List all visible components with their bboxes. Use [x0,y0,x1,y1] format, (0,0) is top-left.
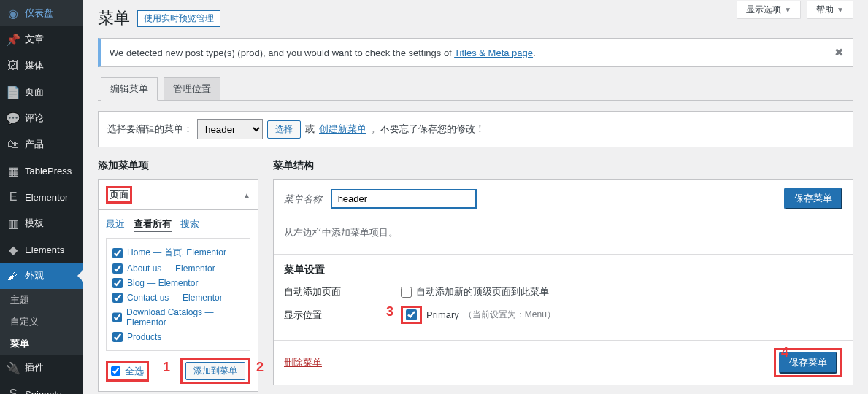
sidebar-item-label: 媒体 [25,59,44,72]
sidebar-item-elementor[interactable]: EElementor [0,184,83,210]
submenu-customize[interactable]: 自定义 [0,311,83,333]
annotation-4: 4 [781,345,788,360]
page-item[interactable]: Blog — Elementor [112,276,244,290]
sidebar-item-label: 插件 [25,361,44,374]
auto-add-checkbox-label[interactable]: 自动添加新的顶级页面到此菜单 [401,285,549,298]
highlight-select-all: 全选 [106,361,149,382]
submenu-themes[interactable]: 主题 [0,289,83,311]
highlight-primary-checkbox [401,306,422,324]
sidebar-item-label: Elementor [25,192,68,203]
sidebar-item-comments[interactable]: 💬评论 [0,105,83,131]
admin-sidebar: ◉仪表盘 📌文章 🖼媒体 📄页面 💬评论 🛍产品 ▦TablePress EEl… [0,0,83,394]
sidebar-item-tablepress[interactable]: ▦TablePress [0,158,83,184]
highlight-pages: 页面 [106,186,132,204]
sidebar-item-posts[interactable]: 📌文章 [0,26,83,53]
notice-text: We detected new post type(s) (prod), and… [110,47,536,58]
sidebar-item-appearance[interactable]: 🖌外观 [0,263,83,289]
notice-banner: We detected new post type(s) (prod), and… [98,38,853,67]
tab-view-all[interactable]: 查看所有 [134,217,172,232]
select-all[interactable]: 全选 [111,365,144,378]
plugin-icon: 🔌 [6,360,20,375]
location-primary-checkbox[interactable] [406,309,417,320]
elementor-icon: E [6,190,20,204]
location-primary-label: Primary [426,309,459,320]
nav-tabs: 编辑菜单 管理位置 [98,77,853,101]
page-item[interactable]: About us — Elementor [112,261,244,276]
page-checkbox[interactable] [112,263,123,274]
menu-structure-box: 菜单名称 保存菜单 从左边栏中添加菜单项目。 菜单设置 自动添加页面 自动添加新… [273,179,853,385]
help-tab[interactable]: 帮助▼ [807,1,853,19]
pages-checklist: Home — 首页, Elementor About us — Elemento… [106,238,250,351]
page-item[interactable]: Contact us — Elementor [112,290,244,305]
delete-menu-link[interactable]: 删除菜单 [284,356,322,369]
gauge-icon: ◉ [6,6,20,20]
accordion-pages-header[interactable]: 页面 ▲ [99,180,258,210]
pages-inner-tabs: 最近 查看所有 搜索 [106,217,250,232]
or-text: 或 [305,123,315,136]
tab-recent[interactable]: 最近 [106,217,125,232]
add-to-menu-button[interactable]: 添加到菜单 [185,362,245,380]
sidebar-item-media[interactable]: 🖼媒体 [0,53,83,79]
page-checkbox[interactable] [112,278,123,288]
tab-edit-menus[interactable]: 编辑菜单 [101,77,158,101]
sidebar-item-label: 仪表盘 [25,7,53,20]
sidebar-item-templates[interactable]: ▥模板 [0,210,83,236]
tab-manage-locations[interactable]: 管理位置 [164,77,220,100]
page-checkbox[interactable] [112,248,123,258]
sidebar-item-dashboard[interactable]: ◉仪表盘 [0,0,83,26]
snippets-icon: S [6,387,20,394]
media-icon: 🖼 [6,58,20,73]
sidebar-item-label: 文章 [25,33,44,46]
select-all-checkbox[interactable] [111,366,120,376]
brush-icon: 🖌 [6,269,20,283]
highlight-add-to-menu: 添加到菜单 [180,358,250,384]
screen-options-tab[interactable]: 显示选项▼ [737,1,801,19]
sidebar-item-label: 模板 [25,217,44,230]
annotation-1: 1 [163,360,170,375]
menu-name-input[interactable] [331,189,477,209]
menu-selector-row: 选择要编辑的菜单： header 选择 或 创建新菜单。不要忘了保存您的修改！ [98,111,853,147]
submenu-menus[interactable]: 菜单 [0,333,83,355]
page-checkbox[interactable] [112,332,123,342]
page-item[interactable]: Download Catalogs — Elementor [112,305,244,330]
table-icon: ▦ [6,163,20,178]
page-item[interactable]: Home — 首页, Elementor [112,244,244,261]
main-content: 显示选项▼ 帮助▼ 菜单 使用实时预览管理 We detected new po… [83,0,868,394]
menu-empty-hint: 从左边栏中添加菜单项目。 [274,217,853,254]
screen-meta: 显示选项▼ 帮助▼ [737,1,853,19]
sidebar-item-pages[interactable]: 📄页面 [0,79,83,105]
tab-search[interactable]: 搜索 [180,217,199,232]
annotation-2: 2 [256,360,264,375]
sidebar-item-plugins[interactable]: 🔌插件 [0,355,83,381]
comment-icon: 💬 [6,111,20,125]
create-new-menu-link[interactable]: 创建新菜单 [319,123,366,136]
page-item[interactable]: Products [112,330,244,344]
save-menu-button-top[interactable]: 保存菜单 [784,188,842,209]
page-checkbox[interactable] [112,312,122,322]
page-checkbox[interactable] [112,293,123,303]
chevron-down-icon: ▼ [784,6,791,14]
display-location-label: 显示位置 [284,309,401,322]
sidebar-item-products[interactable]: 🛍产品 [0,131,83,158]
menu-select[interactable]: header [197,119,263,139]
select-menu-button[interactable]: 选择 [267,120,301,139]
page-icon: 📄 [6,85,20,99]
appearance-submenu: 主题 自定义 菜单 [0,289,83,355]
menu-name-label: 菜单名称 [284,193,322,204]
sidebar-item-label: 评论 [25,112,44,125]
sidebar-item-elements[interactable]: ◆Elements [0,236,83,263]
live-preview-button[interactable]: 使用实时预览管理 [137,10,220,27]
add-items-heading: 添加菜单项 [98,159,258,172]
close-icon[interactable]: ✖ [834,46,844,59]
chevron-down-icon: ▼ [837,6,844,14]
sidebar-item-snippets[interactable]: SSnippets [0,381,83,394]
sidebar-item-label: TablePress [25,166,72,177]
auto-add-checkbox[interactable] [401,287,412,298]
chevron-up-icon: ▲ [243,191,250,199]
annotation-3: 3 [386,304,393,320]
notice-link[interactable]: Titles & Meta page [454,47,533,58]
cart-icon: 🛍 [6,137,20,152]
sidebar-item-label: 外观 [25,269,44,282]
sidebar-item-label: Snippets [25,389,62,395]
select-menu-label: 选择要编辑的菜单： [107,123,193,136]
